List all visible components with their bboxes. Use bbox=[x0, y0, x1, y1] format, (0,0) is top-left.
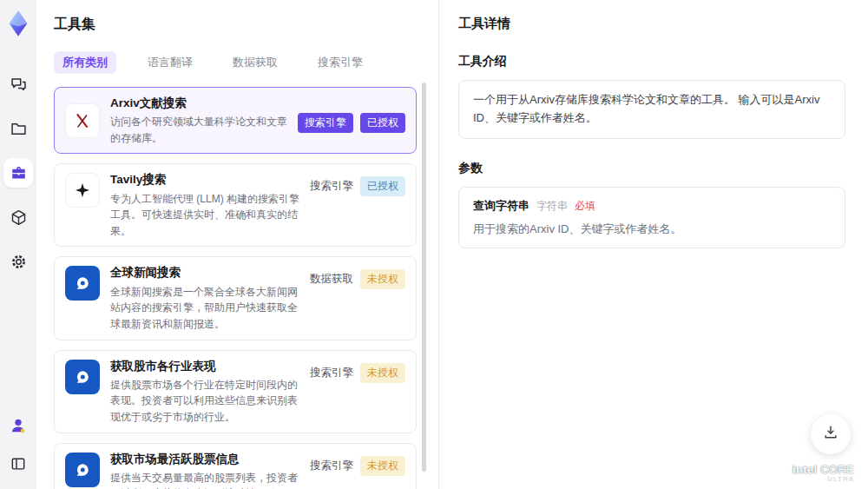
tool-name: 全球新闻搜索 bbox=[110, 264, 299, 281]
tool-name: 获取股市各行业表现 bbox=[110, 358, 299, 375]
tool-description: 提供股票市场各个行业在特定时间段内的表现。投资者可以利用这些信息来识别表现优于或… bbox=[110, 377, 299, 426]
chat-icon bbox=[10, 76, 28, 94]
profile-avatar[interactable] bbox=[3, 411, 33, 440]
tool-card-arxiv[interactable]: Arxiv文献搜索 访问各个研究领域大量科学论文和文章的存储库。 搜索引擎 已授… bbox=[54, 87, 417, 154]
status-badge: 已授权 bbox=[360, 113, 405, 133]
sidebar-rail bbox=[0, 0, 36, 489]
sidebar-nav bbox=[3, 69, 33, 276]
brand-ultra: ULTRA bbox=[792, 476, 854, 484]
tool-description: 提供当天交易量最高的股票列表，投资者可以利用这些信息来识别流动性强的股票和潜在的… bbox=[110, 470, 299, 489]
stock-provider-icon bbox=[65, 453, 100, 487]
stock-provider-icon bbox=[65, 360, 100, 394]
news-provider-icon bbox=[65, 266, 100, 301]
status-badge: 未授权 bbox=[360, 363, 405, 383]
tool-card-active-stocks[interactable]: 获取市场最活跃股票信息 提供当天交易量最高的股票列表，投资者可以利用这些信息来识… bbox=[54, 443, 417, 489]
tavily-star-icon bbox=[65, 173, 100, 208]
tool-intro-text: 一个用于从Arxiv存储库搜索科学论文和文章的工具。 输入可以是Arxiv ID… bbox=[458, 80, 845, 139]
sidebar-item-settings[interactable] bbox=[3, 247, 33, 276]
avatar-icon bbox=[9, 416, 28, 435]
category-badge: 搜索引擎 bbox=[298, 113, 353, 133]
param-description: 用于搜索的Arxiv ID、关键字或作者姓名。 bbox=[473, 221, 831, 238]
tab-data-acquisition[interactable]: 数据获取 bbox=[224, 51, 286, 74]
brand-core: CORE bbox=[817, 463, 854, 476]
tool-list: Arxiv文献搜索 访问各个研究领域大量科学论文和文章的存储库。 搜索引擎 已授… bbox=[54, 87, 417, 489]
app-logo-gem-icon bbox=[5, 9, 31, 38]
params-heading: 参数 bbox=[458, 161, 845, 176]
tool-name: Arxiv文献搜索 bbox=[110, 95, 287, 112]
panel-toggle-icon bbox=[10, 455, 27, 472]
status-badge: 已授权 bbox=[360, 176, 405, 196]
tool-name: 获取市场最活跃股票信息 bbox=[110, 451, 299, 468]
tool-description: 访问各个研究领域大量科学论文和文章的存储库。 bbox=[110, 114, 287, 146]
param-item: 查询字符串 字符串 必填 用于搜索的Arxiv ID、关键字或作者姓名。 bbox=[458, 187, 845, 249]
page-title: 工具集 bbox=[54, 16, 438, 34]
param-name: 查询字符串 bbox=[473, 198, 529, 214]
status-badge: 未授权 bbox=[360, 269, 405, 289]
category-label: 搜索引擎 bbox=[310, 366, 353, 380]
sidebar-item-tools[interactable] bbox=[3, 158, 33, 188]
intro-heading: 工具介绍 bbox=[458, 54, 845, 69]
param-required-flag: 必填 bbox=[575, 199, 595, 214]
sidebar-item-models[interactable] bbox=[3, 202, 33, 232]
tool-description: 全球新闻搜索是一个聚合全球各大新闻网站内容的搜索引擎，帮助用户快速获取全球最新资… bbox=[110, 284, 299, 333]
folder-icon bbox=[10, 120, 28, 138]
tool-detail-panel: 工具详情 工具介绍 一个用于从Arxiv存储库搜索科学论文和文章的工具。 输入可… bbox=[438, 0, 868, 489]
briefcase-icon bbox=[10, 164, 28, 182]
category-label: 搜索引擎 bbox=[310, 459, 353, 473]
cube-icon bbox=[10, 208, 28, 227]
tool-list-scrollbar[interactable] bbox=[422, 83, 426, 472]
sidebar-item-chat[interactable] bbox=[3, 69, 33, 99]
brand-intel: intel bbox=[792, 463, 817, 476]
detail-title: 工具详情 bbox=[458, 16, 845, 32]
tab-search-engine[interactable]: 搜索引擎 bbox=[309, 51, 372, 74]
tool-description: 专为人工智能代理 (LLM) 构建的搜索引擎工具。可快速提供实时、准确和真实的结… bbox=[110, 191, 299, 240]
tool-name: Tavily搜索 bbox=[110, 171, 299, 188]
gear-icon bbox=[10, 253, 28, 271]
sidebar-item-files[interactable] bbox=[3, 114, 33, 143]
download-icon bbox=[822, 424, 839, 445]
tab-all-categories[interactable]: 所有类别 bbox=[54, 51, 116, 74]
tab-language-translation[interactable]: 语言翻译 bbox=[139, 51, 201, 74]
status-badge: 未授权 bbox=[360, 456, 405, 476]
toolset-panel: 工具集 所有类别 语言翻译 数据获取 搜索引擎 Arxiv文献搜索 访问各个研究… bbox=[36, 0, 438, 489]
category-tabs: 所有类别 语言翻译 数据获取 搜索引擎 bbox=[54, 51, 438, 74]
tool-card-tavily[interactable]: Tavily搜索 专为人工智能代理 (LLM) 构建的搜索引擎工具。可快速提供实… bbox=[54, 163, 417, 247]
app-window: 工具集 所有类别 语言翻译 数据获取 搜索引擎 Arxiv文献搜索 访问各个研究… bbox=[0, 0, 868, 489]
tool-card-stock-sectors[interactable]: 获取股市各行业表现 提供股票市场各个行业在特定时间段内的表现。投资者可以利用这些… bbox=[54, 350, 417, 433]
download-button[interactable] bbox=[811, 414, 851, 454]
param-type: 字符串 bbox=[536, 199, 568, 214]
sidebar-bottom bbox=[3, 411, 33, 489]
category-label: 数据获取 bbox=[310, 272, 353, 287]
category-label: 搜索引擎 bbox=[310, 179, 353, 194]
intel-core-logo: intel CORE ULTRA bbox=[792, 464, 854, 484]
tool-card-global-news[interactable]: 全球新闻搜索 全球新闻搜索是一个聚合全球各大新闻网站内容的搜索引擎，帮助用户快速… bbox=[54, 256, 417, 340]
collapse-sidebar-button[interactable] bbox=[3, 449, 33, 479]
arxiv-logo-icon bbox=[65, 103, 100, 138]
